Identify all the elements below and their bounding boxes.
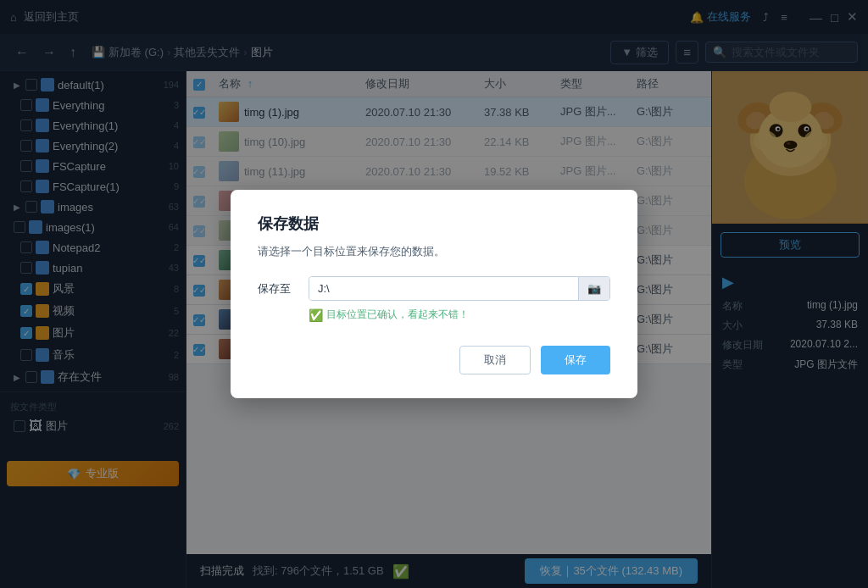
modal-overlay[interactable]: 保存数据 请选择一个目标位置来保存您的数据。 保存至 📷 ✅ 目标位置已确认，看… — [0, 0, 868, 588]
modal-save-to-label: 保存至 — [258, 281, 298, 297]
modal-cancel-button[interactable]: 取消 — [459, 346, 531, 374]
modal-description: 请选择一个目标位置来保存您的数据。 — [258, 244, 610, 259]
modal-folder-browse-button[interactable]: 📷 — [578, 277, 609, 300]
modal-input-wrap: 📷 — [309, 276, 610, 301]
save-modal: 保存数据 请选择一个目标位置来保存您的数据。 保存至 📷 ✅ 目标位置已确认，看… — [231, 190, 637, 398]
modal-save-to-field: 保存至 📷 — [258, 276, 610, 301]
check-circle-icon: ✅ — [309, 308, 323, 322]
modal-title: 保存数据 — [258, 214, 610, 234]
modal-actions: 取消 保存 — [258, 346, 610, 374]
modal-hint: ✅ 目标位置已确认，看起来不错！ — [309, 308, 610, 322]
modal-path-input[interactable] — [309, 277, 578, 300]
modal-hint-text: 目标位置已确认，看起来不错！ — [326, 308, 469, 322]
modal-save-button[interactable]: 保存 — [541, 346, 610, 374]
camera-icon: 📷 — [587, 282, 601, 295]
